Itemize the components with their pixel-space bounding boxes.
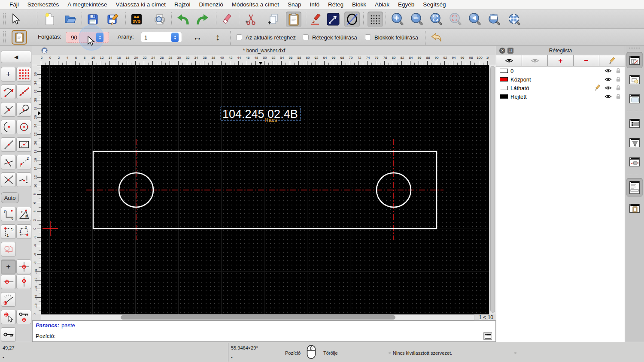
dock-drag-handle[interactable]: [629, 48, 640, 49]
layer-row[interactable]: Látható: [496, 84, 625, 92]
horizontal-scrollbar-thumb[interactable]: [121, 315, 395, 320]
rotation-spinner[interactable]: [96, 33, 103, 42]
snap-circle-center-button[interactable]: [16, 120, 31, 134]
undo-button[interactable]: [175, 12, 191, 27]
layer-visibility-toggle[interactable]: [604, 94, 612, 99]
open-file-button[interactable]: [63, 12, 78, 27]
zoom-window-button[interactable]: [486, 12, 502, 27]
draw-pen-button[interactable]: [308, 12, 324, 27]
layer-list-dock-button[interactable]: [626, 52, 643, 68]
menu-item[interactable]: Válassza ki a címet: [112, 0, 170, 9]
checkbox-current-layer[interactable]: [236, 34, 242, 40]
remove-layer-button[interactable]: −: [574, 55, 599, 66]
layer-visibility-toggle[interactable]: [604, 77, 612, 82]
menu-item[interactable]: Ablak: [371, 0, 394, 9]
checkbox-override-layers[interactable]: [303, 34, 309, 40]
line-tool-button[interactable]: [325, 12, 341, 27]
corner-sequence-a-button[interactable]: 12: [1, 224, 16, 239]
block-list-dock-button[interactable]: [626, 71, 643, 87]
horizontal-scrollbar[interactable]: [41, 314, 474, 320]
restrict-nothing-button[interactable]: [1, 242, 16, 256]
save-as-button[interactable]: [105, 12, 121, 27]
toolbar-drag-handle[interactable]: [3, 13, 6, 25]
snap-endpoints-button[interactable]: [1, 84, 16, 99]
restrict-horizontal-button[interactable]: [1, 275, 16, 289]
clipboard-dock-button[interactable]: [626, 200, 643, 216]
ellipse-tool-button[interactable]: [344, 12, 360, 27]
coordinate-polar-button[interactable]: ra: [16, 207, 31, 221]
layer-lock-toggle[interactable]: [614, 94, 622, 100]
snap-intersection-manual-button[interactable]: [1, 172, 16, 187]
add-layer-button[interactable]: +: [548, 55, 574, 66]
layer-row[interactable]: Központ: [496, 75, 625, 84]
set-relative-zero-button[interactable]: [1, 310, 16, 324]
snap-auto-button[interactable]: Auto: [1, 192, 19, 203]
layer-panel-titlebar[interactable]: ✕ ❐ Réteglista: [496, 46, 625, 55]
paste-button[interactable]: [286, 12, 301, 27]
selection-filter-dock-button[interactable]: [626, 134, 643, 151]
pointer-tool-button[interactable]: [7, 12, 22, 27]
layer-row[interactable]: 0: [496, 66, 625, 75]
lock-all-button[interactable]: [1, 327, 16, 342]
snap-middle-button[interactable]: [1, 137, 16, 152]
layer-visibility-toggle[interactable]: [604, 68, 612, 73]
snap-on-entity-button[interactable]: [16, 84, 31, 99]
float-window-icon[interactable]: ❐: [507, 48, 513, 54]
command-line[interactable]: Parancs: paste: [32, 320, 496, 330]
zoom-out-button[interactable]: [409, 12, 425, 27]
save-button[interactable]: [85, 12, 100, 27]
menu-item[interactable]: Egyéb: [394, 0, 419, 9]
corner-sequence-b-button[interactable]: 12: [16, 224, 31, 239]
rotation-input[interactable]: [66, 34, 96, 41]
menu-item[interactable]: Segítség: [419, 0, 450, 9]
layer-lock-toggle[interactable]: [614, 85, 622, 91]
restrict-orthogonal-button[interactable]: [16, 259, 31, 274]
restrict-free-button[interactable]: +: [1, 259, 16, 274]
coordinate-cartesian-button[interactable]: yx: [1, 207, 16, 221]
vertical-scrollbar-thumb[interactable]: [490, 66, 495, 313]
layer-row[interactable]: Rejtett: [496, 92, 625, 101]
command-line-dock-button[interactable]: [626, 178, 643, 197]
scale-input[interactable]: [141, 34, 171, 41]
angle-gauge-button[interactable]: [1, 292, 16, 307]
menu-item[interactable]: Szerkesztés: [23, 0, 64, 9]
menu-item[interactable]: Fájl: [5, 0, 23, 9]
menu-item[interactable]: Snap: [283, 0, 306, 9]
vertical-scrollbar[interactable]: [489, 65, 496, 314]
revert-button[interactable]: [428, 30, 444, 45]
redo-button[interactable]: [195, 12, 210, 27]
scale-spinner[interactable]: [171, 33, 179, 42]
snap-tangent-button[interactable]: [16, 102, 31, 117]
snap-free-button[interactable]: +: [1, 67, 16, 81]
snap-perpendicular-button[interactable]: [1, 102, 16, 117]
zoom-previous-button[interactable]: [467, 12, 483, 27]
flip-horizontal-button[interactable]: ↔: [190, 30, 205, 44]
snap-intersection-auto-button[interactable]: [1, 155, 16, 169]
menu-item[interactable]: Réteg: [324, 0, 348, 9]
checkbox-override-blocks[interactable]: [365, 34, 371, 40]
cut-button[interactable]: [243, 12, 258, 27]
menu-item[interactable]: Módosítsa a címet: [228, 0, 283, 9]
menu-item[interactable]: Rajzol: [170, 0, 195, 9]
copy-button[interactable]: [265, 12, 281, 27]
edit-layer-button[interactable]: [599, 55, 625, 66]
position-line[interactable]: Pozíció:: [32, 330, 496, 342]
library-browser-dock-button[interactable]: [626, 90, 643, 107]
pen-palette-dock-button[interactable]: [626, 154, 643, 170]
zoom-in-button[interactable]: [390, 12, 405, 27]
lock-relative-zero-button[interactable]: [16, 310, 31, 324]
menu-item[interactable]: Blokk: [348, 0, 371, 9]
menu-item[interactable]: Dimenzió: [194, 0, 227, 9]
snap-reference-button[interactable]: [16, 137, 31, 152]
show-all-layers-button[interactable]: [496, 55, 522, 66]
hide-all-layers-button[interactable]: [522, 55, 548, 66]
zoom-pan-button[interactable]: [507, 12, 522, 27]
zoom-auto-button[interactable]: [428, 12, 444, 27]
delete-eraser-button[interactable]: [220, 12, 235, 27]
restrict-vertical-button[interactable]: [16, 275, 31, 289]
close-icon[interactable]: ✕: [499, 48, 505, 54]
layer-lock-toggle[interactable]: [614, 76, 622, 82]
layer-visibility-toggle[interactable]: [604, 85, 612, 90]
paste-options-tool-button[interactable]: [12, 30, 27, 45]
toolbar-drag-handle[interactable]: [3, 31, 6, 43]
